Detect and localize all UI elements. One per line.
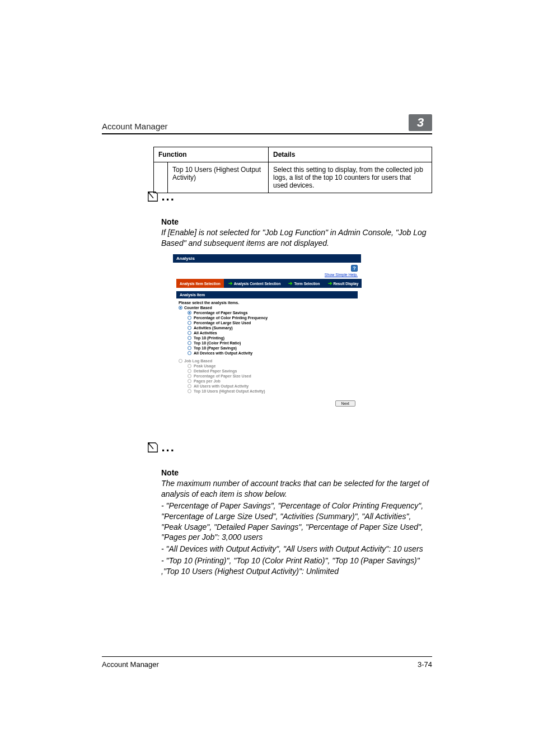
crumb-result-display[interactable]: ➔Result Display bbox=[324, 279, 362, 288]
function-table: Function Details Top 10 Users (Highest O… bbox=[153, 147, 432, 193]
group-label: Counter Based bbox=[184, 306, 212, 310]
note-block-2: ... Note The maximum number of account t… bbox=[147, 441, 432, 577]
show-simple-help-link[interactable]: Show Simple Help. bbox=[173, 272, 361, 279]
radio-label: All Activities bbox=[194, 331, 217, 335]
radio-label: Top 10 (Printing) bbox=[194, 336, 224, 340]
radio-option[interactable]: Activities (Summary) bbox=[188, 325, 355, 330]
radio-label: Top 10 Users (Highest Output Activity) bbox=[194, 389, 265, 393]
radio-label: Peak Usage bbox=[194, 364, 216, 368]
radio-icon bbox=[188, 384, 191, 388]
radio-icon bbox=[179, 306, 182, 310]
radio-icon bbox=[179, 359, 182, 363]
radio-option: Detailed Paper Savings bbox=[188, 368, 355, 374]
radio-label: Percentage of Color Printing Frequency bbox=[194, 316, 268, 320]
button-row: Next bbox=[173, 397, 361, 411]
arrow-icon: ➔ bbox=[227, 281, 234, 286]
radio-icon bbox=[188, 326, 191, 330]
footer-row: Account Manager 3-74 bbox=[102, 660, 432, 669]
table-cell-blank bbox=[154, 162, 168, 193]
crumb-label: Analysis Content Selection bbox=[234, 282, 281, 286]
radio-label: Pages per Job bbox=[194, 379, 221, 383]
page-header: Account Manager 3 bbox=[102, 114, 432, 134]
th-details: Details bbox=[269, 147, 432, 162]
radio-option[interactable]: Percentage of Large Size Used bbox=[188, 320, 355, 325]
radio-option: Top 10 Users (Highest Output Activity) bbox=[188, 389, 355, 394]
note-label: Note bbox=[161, 217, 432, 226]
note-dots: ... bbox=[161, 440, 175, 454]
radio-icon bbox=[188, 364, 191, 368]
note-label: Note bbox=[161, 468, 432, 477]
table-header-row: Function Details bbox=[154, 147, 432, 162]
page-footer: Account Manager 3-74 bbox=[102, 656, 432, 669]
th-function: Function bbox=[154, 147, 269, 162]
radio-icon bbox=[188, 321, 191, 325]
group-label: Job Log Based bbox=[184, 359, 212, 363]
radio-label: Top 10 (Paper Savings) bbox=[194, 346, 237, 350]
radio-label: Percentage of Paper Size Used bbox=[194, 374, 251, 378]
page: Account Manager 3 Function Details Top 1… bbox=[0, 0, 534, 756]
note-block-1: ... Note If [Enable] is not selected for… bbox=[147, 190, 432, 249]
group-joblog-based[interactable]: Job Log Based bbox=[179, 359, 355, 363]
radio-icon bbox=[188, 336, 191, 340]
radio-option: Percentage of Paper Size Used bbox=[188, 374, 355, 379]
panel-title: Analysis bbox=[173, 254, 361, 263]
radio-icon bbox=[188, 374, 191, 378]
note-icon bbox=[147, 446, 161, 455]
next-button[interactable]: Next bbox=[335, 400, 355, 407]
table-row: Top 10 Users (Highest Output Activity) S… bbox=[154, 162, 432, 193]
wizard-breadcrumb: Analysis Item Selection ➔Analysis Conten… bbox=[176, 279, 358, 288]
footer-right: 3-74 bbox=[418, 660, 432, 669]
help-icon[interactable]: ? bbox=[351, 265, 358, 272]
radio-option[interactable]: Top 10 (Printing) bbox=[188, 335, 355, 340]
table-cell-function: Top 10 Users (Highest Output Activity) bbox=[168, 162, 269, 193]
note-body-line2: - "Percentage of Paper Savings", "Percen… bbox=[161, 501, 432, 543]
radio-option[interactable]: Top 10 (Paper Savings) bbox=[188, 346, 355, 351]
note-body-line3: - "All Devices with Output Activity", "A… bbox=[161, 544, 432, 554]
arrow-icon: ➔ bbox=[287, 281, 294, 286]
crumb-label: Term Selection bbox=[294, 282, 320, 286]
radio-label: Activities (Summary) bbox=[194, 326, 233, 330]
table-cell-details: Select this setting to display, from the… bbox=[269, 162, 432, 193]
radio-label: Percentage of Paper Savings bbox=[194, 311, 247, 315]
radio-option[interactable]: Percentage of Color Printing Frequency bbox=[188, 315, 355, 320]
radio-icon bbox=[188, 379, 191, 383]
prompt-text: Please select the analysis items. bbox=[179, 301, 355, 305]
crumb-term-selection[interactable]: ➔Term Selection bbox=[284, 279, 323, 288]
chapter-badge: 3 bbox=[409, 114, 432, 131]
radio-option: All Users with Output Activity bbox=[188, 384, 355, 389]
header-rule bbox=[102, 133, 432, 134]
note-dots: ... bbox=[161, 189, 175, 203]
note-body: If [Enable] is not selected for "Job Log… bbox=[161, 227, 432, 249]
analysis-panel: Analysis ? Show Simple Help. Analysis It… bbox=[173, 254, 361, 420]
radio-option[interactable]: All Activities bbox=[188, 330, 355, 335]
note-body-line4: - "Top 10 (Printing)", "Top 10 (Color Pr… bbox=[161, 556, 432, 577]
joblog-options: Peak UsageDetailed Paper SavingsPercenta… bbox=[179, 363, 355, 394]
group-counter-based[interactable]: Counter Based bbox=[179, 306, 355, 310]
radio-label: All Devices with Output Activity bbox=[194, 351, 252, 355]
radio-icon bbox=[188, 311, 191, 315]
note-icon bbox=[147, 195, 161, 204]
radio-icon bbox=[188, 316, 191, 320]
crumb-analysis-item[interactable]: Analysis Item Selection bbox=[176, 279, 224, 288]
panel-top-row: ? bbox=[173, 263, 361, 272]
radio-icon bbox=[188, 341, 191, 345]
radio-icon bbox=[188, 331, 191, 335]
radio-label: All Users with Output Activity bbox=[194, 384, 249, 388]
crumb-label: Result Display bbox=[334, 282, 359, 286]
radio-icon bbox=[188, 351, 191, 355]
radio-option[interactable]: All Devices with Output Activity bbox=[188, 351, 355, 356]
radio-icon bbox=[188, 389, 191, 393]
radio-label: Top 10 (Color Print Ratio) bbox=[194, 341, 241, 345]
radio-option[interactable]: Top 10 (Color Print Ratio) bbox=[188, 340, 355, 346]
header-line: Account Manager 3 bbox=[102, 114, 432, 131]
radio-option[interactable]: Percentage of Paper Savings bbox=[188, 310, 355, 315]
counter-options: Percentage of Paper SavingsPercentage of… bbox=[179, 310, 355, 356]
section-header: Analysis Item bbox=[176, 291, 358, 298]
radio-option: Peak Usage bbox=[188, 363, 355, 368]
header-title: Account Manager bbox=[102, 122, 168, 131]
footer-rule bbox=[102, 656, 432, 657]
panel-body: Please select the analysis items. Counte… bbox=[173, 298, 361, 397]
note-body-line1: The maximum number of account tracks tha… bbox=[161, 478, 432, 500]
crumb-analysis-content[interactable]: ➔Analysis Content Selection bbox=[224, 279, 284, 288]
footer-left: Account Manager bbox=[102, 660, 159, 669]
